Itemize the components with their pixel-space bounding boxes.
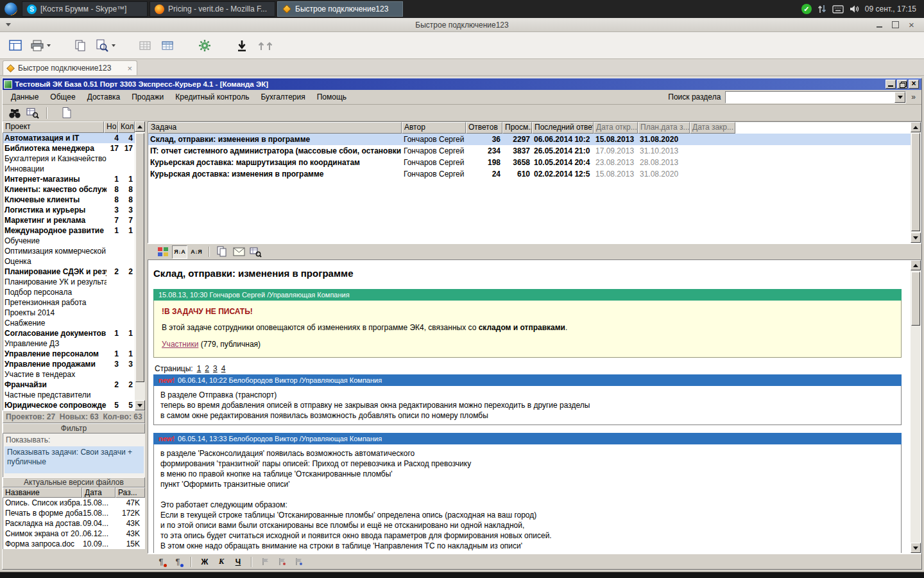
filter-tasks-setting[interactable]: Показывать задачи: Свои задачи + публичн…	[4, 446, 144, 473]
scroll-track[interactable]	[911, 132, 921, 232]
project-row[interactable]: Клиенты: качество обслужи 8 8	[3, 184, 135, 195]
file-row[interactable]: Печать в форме доба... 15.08... 172K	[3, 508, 145, 518]
scroll-down-icon[interactable]	[911, 232, 921, 243]
menu-item[interactable]: Бухгалтерия	[255, 91, 311, 103]
copy-view-button[interactable]	[71, 35, 89, 56]
menu-item[interactable]: Общее	[44, 91, 81, 103]
mdi-restore-button[interactable]	[897, 80, 907, 89]
scroll-up-icon[interactable]	[911, 122, 921, 132]
print-dropdown-icon[interactable]	[47, 44, 51, 47]
close-button[interactable]	[907, 21, 916, 30]
sort-descending-button[interactable]: Я↓А	[172, 245, 187, 259]
task-row[interactable]: Курьрская доставка: изменения в программ…	[148, 168, 911, 180]
toolbar-overflow-icon[interactable]: »	[911, 92, 918, 101]
scroll-thumb[interactable]	[911, 133, 920, 231]
project-row[interactable]: Подбор персонала	[3, 287, 135, 297]
find-in-table-button[interactable]	[24, 106, 40, 120]
keyboard-icon[interactable]	[832, 5, 844, 13]
sort-ascending-button[interactable]: А↓Я	[189, 245, 204, 259]
column-header-count[interactable]: Кол	[118, 121, 135, 133]
download-button[interactable]	[233, 35, 251, 56]
upload-buttons[interactable]	[255, 35, 276, 56]
clock[interactable]: 09 сент., 17:15	[865, 4, 916, 13]
project-row[interactable]: Интернет-магазины 1 1	[3, 174, 135, 184]
menu-item[interactable]: Данные	[5, 91, 44, 103]
column-header-task[interactable]: Задача	[148, 122, 402, 134]
project-row[interactable]: Снабжение	[3, 318, 135, 328]
project-row[interactable]: Маркетинг и реклама 7 7	[3, 215, 135, 225]
scroll-thumb[interactable]	[911, 272, 920, 326]
underline-button[interactable]: Ч	[231, 556, 245, 568]
page-link[interactable]: 3	[213, 364, 218, 373]
flag-button-2[interactable]	[275, 556, 289, 568]
mdi-minimize-button[interactable]	[886, 80, 896, 89]
grid-view-button[interactable]	[136, 35, 154, 56]
send-mail-button[interactable]	[231, 245, 246, 259]
column-header-author[interactable]: Автор	[402, 122, 466, 134]
project-row[interactable]: Управление ДЗ	[3, 338, 135, 349]
message-scrollbar[interactable]	[911, 260, 921, 553]
section-search-value[interactable]	[726, 92, 894, 103]
task-row[interactable]: IT: отчет системного администратора (мас…	[148, 145, 911, 157]
settings-button[interactable]	[196, 35, 214, 56]
copy-message-button[interactable]	[214, 245, 230, 259]
search-messages-button[interactable]	[248, 245, 263, 259]
updates-ok-icon[interactable]	[801, 4, 812, 14]
scroll-track[interactable]	[911, 270, 921, 543]
scroll-down-icon[interactable]	[911, 543, 921, 553]
paragraph-blue-button[interactable]: ¶	[171, 556, 185, 568]
minimize-button[interactable]	[875, 21, 884, 30]
task-table-scrollbar[interactable]	[911, 122, 921, 243]
volume-icon[interactable]	[850, 4, 859, 13]
scroll-down-icon[interactable]	[135, 400, 145, 410]
maximize-button[interactable]	[891, 21, 900, 30]
file-row[interactable]: Опись. Список избра... 15.08... 47K	[3, 498, 145, 508]
menu-item[interactable]: Кредитный контроль	[169, 91, 255, 103]
project-row[interactable]: Обучение	[3, 236, 135, 246]
menu-item[interactable]: Помощь	[311, 91, 352, 103]
project-row[interactable]: Участие в тендерах	[3, 369, 135, 380]
print-button[interactable]	[29, 35, 52, 56]
flag-button-3[interactable]	[291, 556, 305, 568]
new-document-button[interactable]	[58, 106, 74, 120]
preview-button[interactable]	[94, 35, 117, 56]
launcher-button[interactable]	[0, 0, 22, 18]
scroll-thumb[interactable]	[135, 133, 144, 382]
italic-button[interactable]: К	[214, 556, 228, 568]
project-row[interactable]: Согласование документов 1 1	[3, 328, 135, 338]
projects-scrollbar[interactable]	[135, 121, 145, 410]
paragraph-red-button[interactable]: ¶	[154, 556, 168, 568]
project-row[interactable]: Планирование УК и результаты	[3, 277, 135, 287]
page-link[interactable]: 1	[197, 364, 201, 373]
column-header-filename[interactable]: Название	[3, 487, 82, 498]
flag-button-1[interactable]	[258, 556, 272, 568]
participants-link[interactable]: Участники	[162, 340, 198, 349]
section-search-combobox[interactable]	[725, 91, 906, 103]
column-header-lastreply[interactable]: Последний ответ	[532, 122, 594, 134]
project-row[interactable]: Оптимизация коммерческой дея	[3, 246, 135, 256]
scroll-up-icon[interactable]	[911, 260, 921, 270]
scroll-track[interactable]	[135, 132, 145, 400]
bold-button[interactable]: Ж	[198, 556, 212, 568]
column-header-closed[interactable]: Дата закр...	[690, 122, 735, 134]
project-row[interactable]: Франчайзи 2 2	[3, 380, 135, 390]
file-row[interactable]: Раскладка на достав... 09.04... 43K	[3, 518, 145, 529]
palette-button[interactable]	[155, 245, 171, 259]
project-row[interactable]: Оценка	[3, 256, 135, 267]
column-header-opened[interactable]: Дата откр...	[594, 122, 638, 134]
page-link[interactable]: 4	[221, 364, 226, 373]
network-arrows-icon[interactable]	[817, 4, 826, 14]
tab-close-icon[interactable]	[127, 64, 132, 73]
taskbar-window-firefox[interactable]: Pricing - verit.de - Mozilla F...	[150, 1, 275, 17]
column-header-filedate[interactable]: Дата	[82, 487, 116, 498]
project-row[interactable]: Проекты 2014	[3, 308, 135, 318]
grid-color-view-button[interactable]	[158, 35, 176, 56]
dashboard-button[interactable]	[6, 35, 24, 56]
project-row[interactable]: Бухгалтерия и Казначейство(фи	[3, 153, 135, 164]
column-header-plandate[interactable]: План.дата з...	[638, 122, 690, 134]
task-row[interactable]: Курьерская доставка: маршрутизация по ко…	[148, 157, 911, 168]
task-row[interactable]: Склад, отправки: изменения в программе Г…	[148, 134, 911, 145]
column-header-filesize[interactable]: Раз...	[116, 487, 145, 498]
project-row[interactable]: Библиотека менеджера 17 17	[3, 143, 135, 153]
column-header-views[interactable]: Просм...	[502, 122, 532, 134]
